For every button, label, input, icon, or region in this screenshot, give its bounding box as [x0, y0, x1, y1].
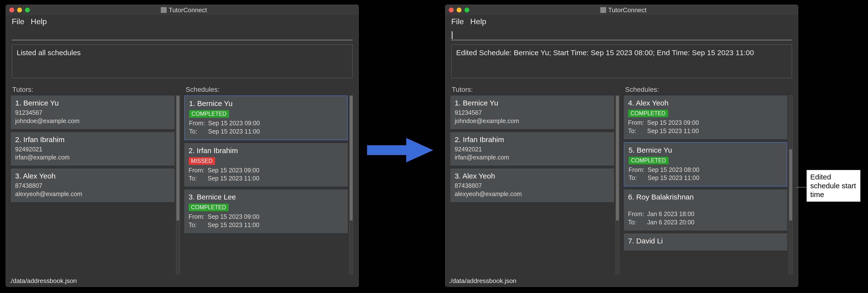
window-title: TutorConnect — [452, 6, 795, 14]
tutor-card[interactable]: 1. Bernice Yu91234567johndoe@example.com — [11, 96, 175, 129]
window-title: TutorConnect — [13, 6, 355, 14]
panels: Tutors: 1. Bernice Yu91234567johndoe@exa… — [6, 81, 359, 276]
tutors-list: 1. Bernice Yu91234567johndoe@example.com… — [450, 96, 614, 274]
menubar: File Help — [6, 15, 359, 28]
schedule-card[interactable]: 6. Roy BalakrishnanFrom:Jan 6 2023 18:00… — [624, 189, 787, 230]
app-icon — [161, 7, 167, 13]
arrow-icon — [367, 136, 436, 165]
tutor-phone: 92492021 — [455, 145, 610, 154]
result-text: Listed all schedules — [17, 48, 81, 57]
result-display: Listed all schedules — [12, 44, 353, 78]
schedules-panel-body: 1. Bernice YuCOMPLETEDFrom:Sep 15 2023 0… — [184, 96, 354, 276]
menu-file[interactable]: File — [12, 17, 25, 26]
app-title-text: TutorConnect — [168, 6, 207, 14]
schedules-panel: Schedules: 4. Alex YeohCOMPLETEDFrom:Sep… — [624, 84, 793, 276]
tutorconnect-window-after: TutorConnect File Help Edited Schedule: … — [445, 5, 798, 287]
schedule-name: 7. David Li — [628, 237, 783, 245]
tutor-card[interactable]: 1. Bernice Yu91234567johndoe@example.com — [450, 96, 614, 129]
scrollbar[interactable] — [349, 96, 353, 274]
schedule-from: From:Jan 6 2023 18:00 — [628, 210, 783, 218]
schedules-list: 4. Alex YeohCOMPLETEDFrom:Sep 15 2023 09… — [624, 96, 787, 274]
menu-file[interactable]: File — [451, 17, 464, 26]
tutor-name: 3. Alex Yeoh — [455, 172, 610, 180]
schedule-to: To:Sep 15 2023 11:00 — [189, 174, 344, 183]
schedule-from: From:Sep 15 2023 09:00 — [628, 119, 783, 127]
tutorconnect-window-before: TutorConnect File Help Listed all schedu… — [6, 5, 359, 287]
tutor-email: alexyeoh@example.com — [455, 190, 610, 198]
schedule-name: 1. Bernice Yu — [189, 99, 343, 108]
schedule-card[interactable]: 3. Bernice LeeCOMPLETEDFrom:Sep 15 2023 … — [184, 189, 348, 233]
tutor-card[interactable]: 3. Alex Yeoh87438807alexyeoh@example.com — [450, 169, 614, 202]
schedule-to: To:Sep 15 2023 11:00 — [189, 127, 343, 136]
statusbar: ./data/addressbook.json — [6, 276, 359, 287]
scrollbar[interactable] — [789, 96, 793, 274]
schedule-card[interactable]: 5. Bernice YuCOMPLETEDFrom:Sep 15 2023 0… — [624, 142, 787, 187]
scrollbar[interactable] — [616, 96, 619, 274]
schedule-card[interactable]: 7. David Li — [624, 233, 787, 251]
menubar: File Help — [445, 15, 798, 28]
status-badge: MISSED — [189, 157, 215, 165]
tutors-panel: Tutors: 1. Bernice Yu91234567johndoe@exa… — [11, 84, 180, 276]
schedule-to: To:Sep 15 2023 11:00 — [189, 221, 344, 229]
status-badge: COMPLETED — [189, 110, 229, 118]
tutor-email: johndoe@example.com — [15, 117, 170, 125]
schedule-name: 6. Roy Balakrishnan — [628, 193, 783, 201]
tutor-name: 3. Alex Yeoh — [15, 172, 170, 180]
tutors-panel: Tutors: 1. Bernice Yu91234567johndoe@exa… — [450, 84, 620, 276]
tutor-phone: 91234567 — [15, 109, 170, 117]
tutor-card[interactable]: 2. Irfan Ibrahim92492021irfan@example.co… — [450, 132, 614, 166]
app-title-text: TutorConnect — [608, 6, 647, 14]
schedule-from: From:Sep 15 2023 08:00 — [629, 166, 783, 174]
text-cursor — [452, 31, 453, 39]
schedule-from: From:Sep 15 2023 09:00 — [189, 213, 344, 221]
tutor-email: irfan@example.com — [455, 153, 610, 162]
tutor-email: irfan@example.com — [15, 153, 170, 162]
scrollbar[interactable] — [176, 96, 180, 274]
schedule-to: To:Jan 6 2023 20:00 — [628, 218, 783, 227]
tutors-list: 1. Bernice Yu91234567johndoe@example.com… — [11, 96, 175, 274]
result-text: Edited Schedule: Bernice Yu; Start Time:… — [456, 48, 754, 57]
panels: Tutors: 1. Bernice Yu91234567johndoe@exa… — [445, 81, 798, 276]
schedule-name: 3. Bernice Lee — [189, 193, 344, 201]
command-input[interactable] — [451, 31, 792, 40]
tutors-panel-title: Tutors: — [11, 84, 180, 96]
tutor-name: 1. Bernice Yu — [455, 99, 610, 107]
tutor-name: 1. Bernice Yu — [15, 99, 170, 107]
schedule-card[interactable]: 1. Bernice YuCOMPLETEDFrom:Sep 15 2023 0… — [184, 96, 348, 140]
tutor-card[interactable]: 3. Alex Yeoh87438807alexyeoh@example.com — [11, 169, 175, 202]
menu-help[interactable]: Help — [31, 17, 47, 26]
schedules-panel-title: Schedules: — [624, 84, 793, 96]
result-display: Edited Schedule: Bernice Yu; Start Time:… — [451, 44, 792, 78]
schedule-card[interactable]: 4. Alex YeohCOMPLETEDFrom:Sep 15 2023 09… — [624, 96, 787, 139]
svg-marker-0 — [367, 138, 433, 162]
tutor-email: johndoe@example.com — [455, 117, 610, 125]
status-badge: COMPLETED — [629, 157, 669, 164]
schedule-name: 2. Irfan Ibrahim — [189, 147, 344, 155]
tutor-email: alexyeoh@example.com — [15, 190, 170, 198]
tutor-phone: 87438807 — [15, 182, 170, 190]
schedule-name: 4. Alex Yeoh — [628, 99, 783, 107]
status-badge: COMPLETED — [628, 110, 668, 117]
scrollbar-thumb[interactable] — [789, 149, 792, 220]
callout-label: Edited schedule start time — [807, 170, 860, 202]
status-badge: COMPLETED — [189, 204, 228, 211]
schedule-to: To:Sep 15 2023 11:00 — [629, 174, 783, 182]
schedules-list: 1. Bernice YuCOMPLETEDFrom:Sep 15 2023 0… — [184, 96, 348, 274]
schedule-card[interactable]: 2. Irfan IbrahimMISSEDFrom:Sep 15 2023 0… — [184, 143, 348, 187]
tutors-panel-body: 1. Bernice Yu91234567johndoe@example.com… — [11, 96, 180, 276]
schedules-panel-body: 4. Alex YeohCOMPLETEDFrom:Sep 15 2023 09… — [624, 96, 793, 276]
tutor-card[interactable]: 2. Irfan Ibrahim92492021irfan@example.co… — [11, 132, 175, 166]
scrollbar-thumb[interactable] — [350, 96, 353, 220]
callout-line — [796, 187, 807, 187]
schedules-panel: Schedules: 1. Bernice YuCOMPLETEDFrom:Se… — [184, 84, 354, 276]
schedules-panel-title: Schedules: — [184, 84, 354, 96]
tutor-phone: 92492021 — [15, 145, 170, 154]
command-input[interactable] — [12, 31, 353, 40]
schedule-name: 5. Bernice Yu — [629, 146, 783, 154]
tutors-panel-title: Tutors: — [450, 84, 620, 96]
menu-help[interactable]: Help — [470, 17, 487, 26]
tutors-panel-body: 1. Bernice Yu91234567johndoe@example.com… — [450, 96, 620, 276]
scrollbar-thumb[interactable] — [177, 96, 179, 220]
schedule-to: To:Sep 15 2023 11:00 — [628, 127, 783, 135]
scrollbar-thumb[interactable] — [616, 96, 619, 220]
